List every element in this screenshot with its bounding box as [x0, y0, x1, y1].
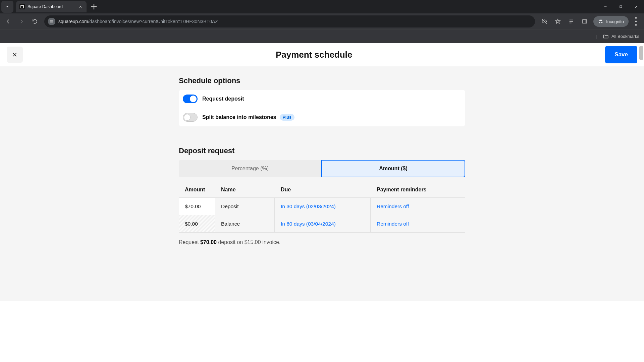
- nav-forward-button[interactable]: [15, 15, 28, 27]
- svg-point-4: [635, 24, 637, 26]
- balance-amount-cell: $0.00: [179, 215, 215, 232]
- window-close-button[interactable]: [629, 0, 644, 13]
- deposit-summary-text: Request $70.00 deposit on $15.00 invoice…: [179, 239, 465, 245]
- tab-percentage[interactable]: Percentage (%): [179, 160, 321, 177]
- balance-name-cell[interactable]: Balance: [215, 215, 275, 232]
- close-button[interactable]: [7, 47, 23, 63]
- window-maximize-button[interactable]: [613, 0, 629, 13]
- side-panel-icon[interactable]: [579, 15, 591, 27]
- window-minimize-button[interactable]: [598, 0, 613, 13]
- nav-reload-button[interactable]: [29, 15, 41, 27]
- site-info-icon[interactable]: [48, 18, 55, 25]
- svg-rect-1: [583, 20, 587, 23]
- all-bookmarks-label: All Bookmarks: [611, 34, 639, 39]
- table-row-deposit: $70.00 Deposit In 30 days (02/03/2024) R…: [179, 198, 465, 215]
- svg-rect-0: [620, 6, 622, 8]
- svg-point-2: [635, 17, 637, 19]
- request-deposit-row: Request deposit: [179, 90, 465, 108]
- url-host: squareup.com: [58, 19, 88, 24]
- request-deposit-label: Request deposit: [202, 96, 244, 102]
- plus-badge: Plus: [280, 114, 294, 121]
- schedule-options-heading: Schedule options: [179, 76, 465, 85]
- save-button[interactable]: Save: [605, 46, 637, 63]
- deposit-request-heading: Deposit request: [179, 146, 465, 155]
- scrollbar-thumb[interactable]: [639, 46, 643, 60]
- page-title: Payment schedule: [23, 50, 605, 60]
- bookmarks-separator: |: [596, 34, 597, 39]
- browser-menu-button[interactable]: [630, 15, 642, 27]
- balance-reminders-link[interactable]: Reminders off: [371, 215, 465, 232]
- table-row-balance: $0.00 Balance In 60 days (03/04/2024) Re…: [179, 215, 465, 233]
- request-deposit-toggle[interactable]: [183, 95, 198, 103]
- deposit-amount-value: $70.00: [185, 203, 201, 209]
- col-header-name: Name: [221, 187, 281, 193]
- new-tab-button[interactable]: [89, 2, 99, 11]
- reading-list-icon[interactable]: [565, 15, 577, 27]
- split-milestones-row: Split balance into milestones Plus: [179, 108, 465, 126]
- deposit-reminders-link[interactable]: Reminders off: [371, 198, 465, 215]
- tab-title: Square Dashboard: [28, 4, 78, 9]
- incognito-label: Incognito: [606, 19, 624, 24]
- deposit-type-toggle: Percentage (%) Amount ($): [179, 160, 465, 177]
- incognito-indicator[interactable]: Incognito: [593, 16, 629, 27]
- col-header-amount: Amount: [185, 187, 221, 193]
- tab-amount[interactable]: Amount ($): [321, 160, 465, 177]
- tab-close-button[interactable]: [78, 4, 83, 9]
- summary-suffix: deposit on $15.00 invoice.: [217, 239, 280, 245]
- deposit-table: Amount Name Due Payment reminders $70.00…: [179, 187, 465, 233]
- browser-tab[interactable]: Square Dashboard: [16, 1, 87, 12]
- deposit-due-link[interactable]: In 30 days (02/03/2024): [275, 198, 371, 215]
- all-bookmarks-button[interactable]: All Bookmarks: [603, 34, 639, 40]
- deposit-amount-input[interactable]: $70.00: [179, 198, 215, 215]
- summary-prefix: Request: [179, 239, 200, 245]
- split-milestones-toggle[interactable]: [183, 113, 198, 122]
- nav-back-button[interactable]: [2, 15, 14, 27]
- tab-search-button[interactable]: [1, 1, 13, 13]
- deposit-name-cell[interactable]: Deposit: [215, 198, 275, 215]
- eye-off-icon[interactable]: [538, 15, 550, 27]
- col-header-due: Due: [281, 187, 377, 193]
- split-milestones-label: Split balance into milestones: [202, 114, 276, 120]
- col-header-reminders: Payment reminders: [377, 187, 459, 193]
- bookmark-star-icon[interactable]: [552, 15, 564, 27]
- schedule-options-card: Request deposit Split balance into miles…: [179, 90, 465, 126]
- summary-amount: $70.00: [200, 239, 217, 245]
- balance-due-link[interactable]: In 60 days (03/04/2024): [275, 215, 371, 232]
- address-bar[interactable]: squareup.com/dashboard/invoices/new?curr…: [44, 15, 535, 27]
- tab-favicon: [19, 4, 25, 9]
- text-cursor: [204, 203, 204, 210]
- svg-point-3: [635, 21, 637, 22]
- balance-amount-value: $0.00: [185, 221, 198, 227]
- url-path: /dashboard/invoices/new?currentUnitToken…: [88, 19, 218, 24]
